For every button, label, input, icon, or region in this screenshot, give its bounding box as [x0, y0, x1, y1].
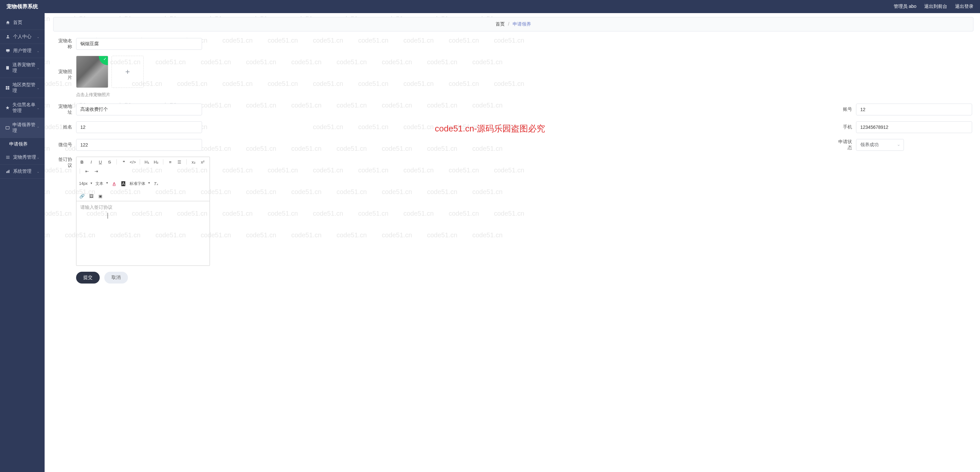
editor-toolbar: B I U S ❝ </> H₁ H₂ ≡ ☰: [76, 157, 210, 201]
sub-icon[interactable]: x₂: [191, 159, 196, 165]
name-input[interactable]: [76, 121, 202, 133]
pet-name-input[interactable]: [76, 38, 202, 50]
bgcolor-icon[interactable]: A: [120, 181, 126, 186]
breadcrumb-sep: /: [508, 21, 509, 27]
sidebar-item-home[interactable]: 首页: [0, 16, 45, 30]
sidebar-item-system[interactable]: 系统管理 ⌄: [0, 165, 45, 179]
screen-icon: [5, 48, 11, 53]
chevron-down-icon: ⌄: [37, 86, 39, 90]
text-cursor: [108, 213, 108, 219]
size-select[interactable]: 14px: [79, 181, 92, 186]
breadcrumb-current: 申请领养: [512, 21, 531, 27]
sidebar-item-label: 申请领养管理: [13, 122, 37, 134]
sidebar-item-label: 首页: [13, 20, 22, 25]
sidebar-item-label: 宠物秀管理: [13, 154, 36, 160]
content-area: 首页 / 申请领养 宠物名称 宠物照片 ✓: [45, 13, 980, 472]
svg-rect-1: [6, 49, 10, 51]
bold-icon[interactable]: B: [79, 159, 85, 165]
editor-body[interactable]: 请输入签订协议: [76, 201, 210, 265]
sidebar-item-label: 系统管理: [13, 168, 32, 174]
h2-icon[interactable]: H₂: [153, 159, 159, 165]
strike-icon[interactable]: S: [107, 159, 113, 165]
sidebar: 首页 个人中心 ⌄ 用户管理 ⌄ 送养宠物管理 ⌄ 地区类型管理 ⌄ 失信黑名单…: [0, 13, 45, 472]
ol-icon[interactable]: ≡: [167, 159, 173, 165]
status-label: 申请状态: [834, 139, 852, 151]
cancel-button[interactable]: 取消: [104, 272, 128, 283]
chevron-down-icon: ⌄: [37, 106, 39, 110]
pet-address-input[interactable]: [76, 103, 202, 115]
sidebar-item-apply[interactable]: 申请领养管理 ⌃: [0, 118, 45, 138]
sidebar-item-label: 个人中心: [13, 34, 32, 40]
chevron-up-icon: ⌃: [37, 126, 39, 130]
font-select[interactable]: 标准字体: [130, 181, 150, 186]
svg-rect-7: [8, 88, 10, 90]
submit-button[interactable]: 提交: [76, 272, 100, 283]
code-icon[interactable]: </>: [130, 159, 136, 165]
grid-icon: [5, 85, 10, 91]
underline-icon[interactable]: U: [97, 159, 103, 165]
chevron-down-icon: ⌄: [37, 66, 39, 70]
image-icon[interactable]: 🖼: [88, 193, 94, 199]
breadcrumb-home[interactable]: 首页: [496, 21, 505, 27]
pet-photo-thumb[interactable]: ✓: [76, 56, 108, 88]
outdent-icon[interactable]: ⇥: [93, 168, 99, 174]
quote-icon[interactable]: ❝: [121, 159, 127, 165]
sidebar-item-label: 送养宠物管理: [13, 62, 37, 74]
add-photo-button[interactable]: +: [111, 56, 144, 88]
account-input[interactable]: [856, 103, 972, 115]
admin-label[interactable]: 管理员 abo: [894, 3, 916, 10]
home-icon: [5, 20, 11, 25]
italic-icon[interactable]: I: [88, 159, 94, 165]
svg-rect-10: [6, 157, 10, 157]
pet-address-label: 宠物地址: [54, 103, 72, 115]
breadcrumb: 首页 / 申请领养: [53, 17, 974, 32]
chevron-down-icon: ⌄: [37, 49, 39, 53]
svg-rect-3: [6, 66, 9, 70]
photo-hint: 点击上传宠物照片: [76, 92, 144, 98]
sidebar-item-label: 用户管理: [13, 48, 32, 54]
topbar: 宠物领养系统 管理员 abo 退出到前台 退出登录: [0, 0, 980, 13]
sup-icon[interactable]: x²: [200, 159, 206, 165]
star-icon: [5, 105, 10, 110]
svg-rect-5: [8, 86, 10, 88]
h1-icon[interactable]: H₁: [144, 159, 150, 165]
sidebar-item-foster[interactable]: 送养宠物管理 ⌄: [0, 58, 45, 78]
doc-icon: [5, 65, 10, 70]
chart-icon: [5, 169, 11, 174]
user-icon: [5, 34, 11, 39]
svg-rect-13: [8, 171, 8, 173]
svg-rect-4: [6, 86, 8, 88]
link-icon[interactable]: 🔗: [79, 193, 85, 199]
sidebar-item-users[interactable]: 用户管理 ⌄: [0, 44, 45, 58]
pet-photo-label: 宠物照片: [54, 69, 72, 81]
name-label: 姓名: [54, 124, 72, 130]
sidebar-item-region[interactable]: 地区类型管理 ⌄: [0, 78, 45, 98]
wechat-input[interactable]: [76, 139, 202, 151]
color-icon[interactable]: A: [111, 181, 117, 186]
ul-icon[interactable]: ☰: [177, 159, 182, 165]
indent-icon[interactable]: ⇤: [84, 168, 90, 174]
type-select[interactable]: 文本: [95, 181, 108, 186]
video-icon[interactable]: ▣: [97, 193, 103, 199]
phone-input[interactable]: [856, 121, 972, 133]
phone-label: 手机: [834, 124, 852, 130]
logout-link[interactable]: 退出登录: [955, 3, 974, 10]
sidebar-item-blacklist[interactable]: 失信黑名单管理 ⌄: [0, 98, 45, 118]
logout-front-link[interactable]: 退出到前台: [924, 3, 947, 10]
tab-icon: [5, 125, 10, 130]
chevron-down-icon: ⌄: [37, 35, 39, 39]
svg-rect-11: [6, 158, 10, 159]
clear-icon[interactable]: Tₓ: [153, 181, 159, 186]
svg-rect-2: [7, 52, 8, 52]
sidebar-item-label: 地区类型管理: [13, 82, 37, 94]
svg-rect-6: [6, 88, 8, 90]
sidebar-subitem-apply[interactable]: 申请领养: [0, 138, 45, 151]
sidebar-item-label: 失信黑名单管理: [13, 102, 37, 114]
wechat-label: 微信号: [54, 142, 72, 148]
sidebar-item-profile[interactable]: 个人中心 ⌄: [0, 30, 45, 44]
svg-rect-9: [6, 156, 10, 156]
chevron-down-icon: ⌄: [37, 170, 39, 173]
sidebar-item-petshow[interactable]: 宠物秀管理 ⌄: [0, 151, 45, 165]
status-select[interactable]: [856, 139, 904, 151]
account-label: 账号: [834, 106, 852, 113]
